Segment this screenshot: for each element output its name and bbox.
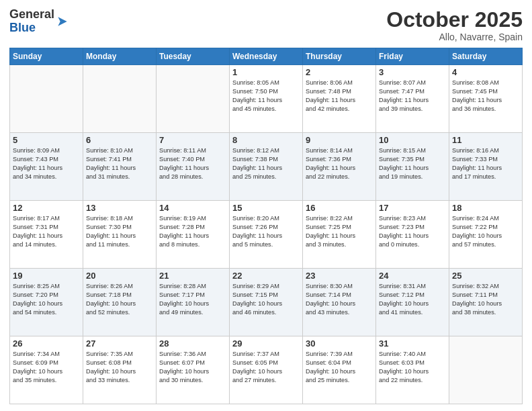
- day-cell: 1Sunrise: 8:05 AM Sunset: 7:50 PM Daylig…: [230, 65, 303, 133]
- weekday-header-wednesday: Wednesday: [230, 48, 303, 65]
- day-number: 3: [379, 67, 446, 77]
- day-number: 26: [13, 338, 80, 349]
- day-cell: 9Sunrise: 8:14 AM Sunset: 7:36 PM Daylig…: [303, 133, 376, 201]
- logo: General Blue: [9, 8, 69, 35]
- day-number: 27: [86, 338, 153, 349]
- weekday-header-friday: Friday: [376, 48, 449, 65]
- week-row-1: 1Sunrise: 8:05 AM Sunset: 7:50 PM Daylig…: [10, 65, 523, 133]
- day-number: 12: [13, 203, 80, 213]
- day-number: 14: [159, 203, 226, 213]
- day-cell: 14Sunrise: 8:19 AM Sunset: 7:28 PM Dayli…: [157, 201, 230, 269]
- weekday-header-thursday: Thursday: [303, 48, 376, 65]
- day-cell: 17Sunrise: 8:23 AM Sunset: 7:23 PM Dayli…: [376, 201, 449, 269]
- day-info: Sunrise: 8:10 AM Sunset: 7:41 PM Dayligh…: [86, 146, 153, 181]
- day-info: Sunrise: 8:23 AM Sunset: 7:23 PM Dayligh…: [379, 214, 446, 249]
- day-info: Sunrise: 8:28 AM Sunset: 7:17 PM Dayligh…: [159, 282, 226, 317]
- day-cell: [10, 65, 83, 133]
- weekday-header-sunday: Sunday: [10, 48, 83, 65]
- day-info: Sunrise: 8:08 AM Sunset: 7:45 PM Dayligh…: [452, 79, 519, 113]
- day-number: 8: [232, 135, 300, 145]
- day-cell: 12Sunrise: 8:17 AM Sunset: 7:31 PM Dayli…: [10, 201, 83, 269]
- day-info: Sunrise: 8:15 AM Sunset: 7:35 PM Dayligh…: [379, 146, 446, 181]
- day-cell: 6Sunrise: 8:10 AM Sunset: 7:41 PM Daylig…: [83, 133, 157, 201]
- day-number: 10: [379, 135, 446, 145]
- day-cell: 4Sunrise: 8:08 AM Sunset: 7:45 PM Daylig…: [449, 65, 523, 133]
- day-number: 23: [306, 271, 373, 281]
- day-number: 9: [306, 135, 373, 145]
- day-number: 6: [86, 135, 153, 145]
- day-number: 1: [232, 67, 300, 77]
- day-info: Sunrise: 7:40 AM Sunset: 6:03 PM Dayligh…: [379, 350, 446, 385]
- month-title: October 2025: [386, 8, 523, 32]
- day-info: Sunrise: 8:14 AM Sunset: 7:36 PM Dayligh…: [306, 146, 373, 181]
- logo-general: General: [9, 8, 54, 21]
- day-cell: 18Sunrise: 8:24 AM Sunset: 7:22 PM Dayli…: [449, 201, 523, 269]
- day-info: Sunrise: 8:12 AM Sunset: 7:38 PM Dayligh…: [232, 146, 300, 181]
- day-cell: 23Sunrise: 8:30 AM Sunset: 7:14 PM Dayli…: [303, 269, 376, 336]
- day-info: Sunrise: 8:06 AM Sunset: 7:48 PM Dayligh…: [306, 79, 373, 113]
- weekday-header-monday: Monday: [83, 48, 157, 65]
- day-number: 29: [232, 338, 300, 349]
- day-cell: 29Sunrise: 7:37 AM Sunset: 6:05 PM Dayli…: [230, 336, 303, 404]
- header: General Blue October 2025 Allo, Navarre,…: [9, 8, 523, 42]
- day-info: Sunrise: 8:25 AM Sunset: 7:20 PM Dayligh…: [13, 282, 80, 317]
- day-cell: 30Sunrise: 7:39 AM Sunset: 6:04 PM Dayli…: [303, 336, 376, 404]
- day-info: Sunrise: 8:20 AM Sunset: 7:26 PM Dayligh…: [232, 214, 300, 249]
- day-number: 2: [306, 67, 373, 77]
- day-cell: 27Sunrise: 7:35 AM Sunset: 6:08 PM Dayli…: [83, 336, 157, 404]
- title-block: October 2025 Allo, Navarre, Spain: [386, 8, 523, 42]
- day-info: Sunrise: 8:22 AM Sunset: 7:25 PM Dayligh…: [306, 214, 373, 249]
- day-info: Sunrise: 8:26 AM Sunset: 7:18 PM Dayligh…: [86, 282, 153, 317]
- day-info: Sunrise: 8:07 AM Sunset: 7:47 PM Dayligh…: [379, 79, 446, 113]
- day-number: 22: [232, 271, 300, 281]
- day-number: 5: [13, 135, 80, 145]
- svg-marker-0: [58, 17, 66, 26]
- day-cell: 5Sunrise: 8:09 AM Sunset: 7:43 PM Daylig…: [10, 133, 83, 201]
- day-info: Sunrise: 8:19 AM Sunset: 7:28 PM Dayligh…: [159, 214, 226, 249]
- day-number: 25: [452, 271, 519, 281]
- day-number: 18: [452, 203, 519, 213]
- day-number: 17: [379, 203, 446, 213]
- day-cell: 25Sunrise: 8:32 AM Sunset: 7:11 PM Dayli…: [449, 269, 523, 336]
- day-number: 21: [159, 271, 226, 281]
- day-info: Sunrise: 8:29 AM Sunset: 7:15 PM Dayligh…: [232, 282, 300, 317]
- day-cell: 21Sunrise: 8:28 AM Sunset: 7:17 PM Dayli…: [157, 269, 230, 336]
- weekday-header-tuesday: Tuesday: [157, 48, 230, 65]
- day-number: 31: [379, 338, 446, 349]
- day-number: 28: [159, 338, 226, 349]
- day-number: 4: [452, 67, 519, 77]
- day-number: 24: [379, 271, 446, 281]
- day-cell: 28Sunrise: 7:36 AM Sunset: 6:07 PM Dayli…: [157, 336, 230, 404]
- day-info: Sunrise: 8:30 AM Sunset: 7:14 PM Dayligh…: [306, 282, 373, 317]
- day-cell: 19Sunrise: 8:25 AM Sunset: 7:20 PM Dayli…: [10, 269, 83, 336]
- weekday-header-saturday: Saturday: [449, 48, 523, 65]
- day-cell: 31Sunrise: 7:40 AM Sunset: 6:03 PM Dayli…: [376, 336, 449, 404]
- day-cell: 3Sunrise: 8:07 AM Sunset: 7:47 PM Daylig…: [376, 65, 449, 133]
- day-cell: 20Sunrise: 8:26 AM Sunset: 7:18 PM Dayli…: [83, 269, 157, 336]
- day-cell: 16Sunrise: 8:22 AM Sunset: 7:25 PM Dayli…: [303, 201, 376, 269]
- day-info: Sunrise: 8:32 AM Sunset: 7:11 PM Dayligh…: [452, 282, 519, 317]
- logo-blue: Blue: [9, 21, 54, 35]
- day-info: Sunrise: 8:31 AM Sunset: 7:12 PM Dayligh…: [379, 282, 446, 317]
- day-cell: 22Sunrise: 8:29 AM Sunset: 7:15 PM Dayli…: [230, 269, 303, 336]
- day-cell: 7Sunrise: 8:11 AM Sunset: 7:40 PM Daylig…: [157, 133, 230, 201]
- location: Allo, Navarre, Spain: [386, 32, 523, 42]
- week-row-5: 26Sunrise: 7:34 AM Sunset: 6:09 PM Dayli…: [10, 336, 523, 404]
- day-cell: [157, 65, 230, 133]
- day-number: 7: [159, 135, 226, 145]
- day-info: Sunrise: 7:37 AM Sunset: 6:05 PM Dayligh…: [232, 350, 300, 385]
- day-info: Sunrise: 8:05 AM Sunset: 7:50 PM Dayligh…: [232, 79, 300, 113]
- day-cell: 10Sunrise: 8:15 AM Sunset: 7:35 PM Dayli…: [376, 133, 449, 201]
- day-cell: [83, 65, 157, 133]
- day-cell: 15Sunrise: 8:20 AM Sunset: 7:26 PM Dayli…: [230, 201, 303, 269]
- day-info: Sunrise: 8:18 AM Sunset: 7:30 PM Dayligh…: [86, 214, 153, 249]
- week-row-4: 19Sunrise: 8:25 AM Sunset: 7:20 PM Dayli…: [10, 269, 523, 336]
- day-info: Sunrise: 8:24 AM Sunset: 7:22 PM Dayligh…: [452, 214, 519, 249]
- day-cell: 11Sunrise: 8:16 AM Sunset: 7:33 PM Dayli…: [449, 133, 523, 201]
- day-number: 20: [86, 271, 153, 281]
- calendar-table: SundayMondayTuesdayWednesdayThursdayFrid…: [9, 48, 523, 404]
- day-info: Sunrise: 7:34 AM Sunset: 6:09 PM Dayligh…: [13, 350, 80, 385]
- logo-icon: [56, 15, 69, 28]
- day-cell: 13Sunrise: 8:18 AM Sunset: 7:30 PM Dayli…: [83, 201, 157, 269]
- day-info: Sunrise: 8:16 AM Sunset: 7:33 PM Dayligh…: [452, 146, 519, 181]
